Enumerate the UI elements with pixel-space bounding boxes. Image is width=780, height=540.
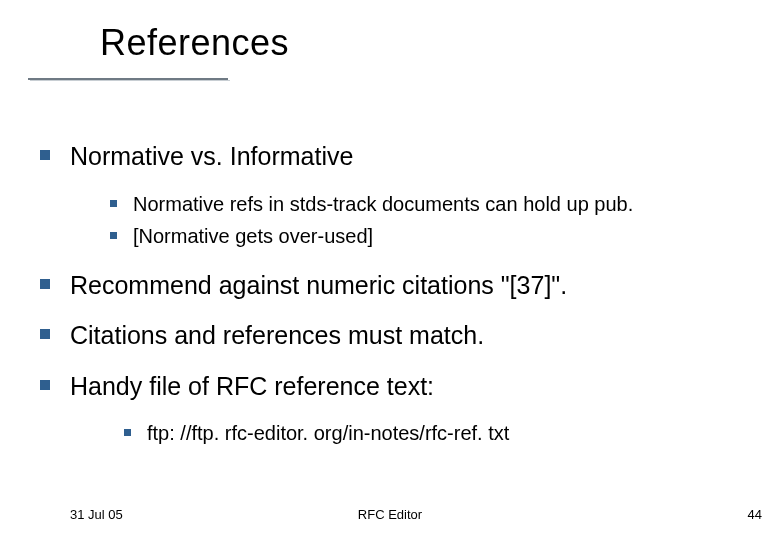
list-item: Handy file of RFC reference text: bbox=[40, 370, 760, 403]
list-item: Citations and references must match. bbox=[40, 319, 760, 352]
bullet-text: [Normative gets over-used] bbox=[133, 223, 373, 249]
slide-content: Normative vs. Informative Normative refs… bbox=[40, 140, 760, 466]
list-item: Recommend against numeric citations "[37… bbox=[40, 269, 760, 302]
list-item: Normative vs. Informative bbox=[40, 140, 760, 173]
square-bullet-icon bbox=[40, 380, 50, 390]
sublist: ftp: //ftp. rfc-editor. org/in-notes/rfc… bbox=[124, 420, 760, 446]
footer-page-number: 44 bbox=[748, 507, 762, 522]
square-bullet-icon bbox=[40, 329, 50, 339]
square-bullet-icon bbox=[124, 429, 131, 436]
list-item: Normative refs in stds-track documents c… bbox=[110, 191, 760, 217]
list-item: ftp: //ftp. rfc-editor. org/in-notes/rfc… bbox=[124, 420, 760, 446]
slide-footer: 31 Jul 05 RFC Editor 44 bbox=[0, 507, 780, 522]
slide-title: References bbox=[100, 22, 289, 64]
bullet-text: Citations and references must match. bbox=[70, 319, 484, 352]
bullet-text: Handy file of RFC reference text: bbox=[70, 370, 434, 403]
bullet-text: ftp: //ftp. rfc-editor. org/in-notes/rfc… bbox=[147, 420, 509, 446]
square-bullet-icon bbox=[40, 279, 50, 289]
footer-date: 31 Jul 05 bbox=[70, 507, 123, 522]
sublist: Normative refs in stds-track documents c… bbox=[110, 191, 760, 249]
list-item: [Normative gets over-used] bbox=[110, 223, 760, 249]
bullet-text: Normative refs in stds-track documents c… bbox=[133, 191, 633, 217]
square-bullet-icon bbox=[110, 200, 117, 207]
square-bullet-icon bbox=[110, 232, 117, 239]
bullet-text: Recommend against numeric citations "[37… bbox=[70, 269, 567, 302]
bullet-text: Normative vs. Informative bbox=[70, 140, 353, 173]
square-bullet-icon bbox=[40, 150, 50, 160]
title-underline-shadow bbox=[30, 80, 230, 81]
